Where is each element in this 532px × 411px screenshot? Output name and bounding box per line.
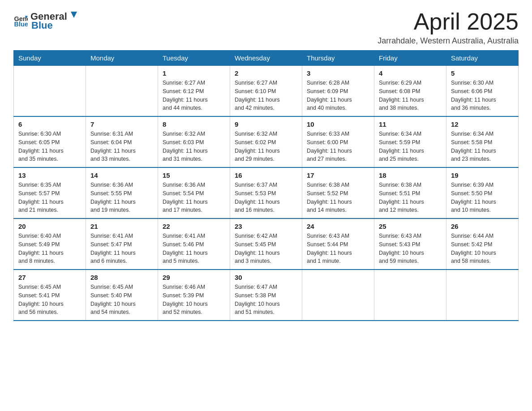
calendar-cell: 9Sunrise: 6:32 AM Sunset: 6:02 PM Daylig… [230, 116, 302, 167]
day-number: 5 [451, 69, 514, 77]
day-info: Sunrise: 6:40 AM Sunset: 5:49 PM Dayligh… [18, 232, 81, 265]
day-header-wednesday: Wednesday [230, 51, 302, 66]
day-info: Sunrise: 6:32 AM Sunset: 6:03 PM Dayligh… [163, 130, 225, 163]
day-number: 24 [307, 223, 369, 230]
calendar-cell: 19Sunrise: 6:39 AM Sunset: 5:50 PM Dayli… [446, 167, 519, 218]
day-info: Sunrise: 6:29 AM Sunset: 6:08 PM Dayligh… [379, 79, 442, 112]
day-number: 18 [379, 171, 442, 179]
calendar-table: SundayMondayTuesdayWednesdayThursdayFrid… [13, 50, 519, 321]
day-number: 17 [307, 171, 369, 179]
calendar-cell: 13Sunrise: 6:35 AM Sunset: 5:57 PM Dayli… [14, 167, 86, 218]
day-info: Sunrise: 6:36 AM Sunset: 5:54 PM Dayligh… [163, 181, 225, 214]
day-number: 15 [163, 171, 225, 179]
days-of-week-row: SundayMondayTuesdayWednesdayThursdayFrid… [14, 51, 519, 66]
calendar-cell: 24Sunrise: 6:43 AM Sunset: 5:44 PM Dayli… [302, 218, 374, 270]
calendar-cell: 11Sunrise: 6:34 AM Sunset: 5:59 PM Dayli… [374, 116, 446, 167]
day-header-friday: Friday [374, 51, 446, 66]
day-info: Sunrise: 6:35 AM Sunset: 5:57 PM Dayligh… [18, 181, 81, 214]
calendar-cell: 15Sunrise: 6:36 AM Sunset: 5:54 PM Dayli… [158, 167, 230, 218]
day-info: Sunrise: 6:27 AM Sunset: 6:10 PM Dayligh… [235, 79, 297, 112]
day-number: 20 [18, 223, 81, 230]
day-info: Sunrise: 6:45 AM Sunset: 5:41 PM Dayligh… [18, 283, 81, 317]
day-header-thursday: Thursday [302, 51, 374, 66]
day-header-saturday: Saturday [446, 51, 519, 66]
day-number: 9 [235, 120, 297, 128]
calendar-cell [86, 66, 158, 117]
calendar-cell: 6Sunrise: 6:30 AM Sunset: 6:05 PM Daylig… [14, 116, 86, 167]
day-number: 21 [90, 223, 153, 230]
day-number: 27 [18, 274, 81, 281]
calendar-cell: 17Sunrise: 6:38 AM Sunset: 5:52 PM Dayli… [302, 167, 374, 218]
day-info: Sunrise: 6:38 AM Sunset: 5:52 PM Dayligh… [307, 181, 369, 214]
month-title: April 2025 [378, 9, 519, 34]
location-text: Jarrahdale, Western Australia, Australia [378, 36, 519, 46]
day-info: Sunrise: 6:30 AM Sunset: 6:06 PM Dayligh… [451, 79, 514, 112]
title-section: April 2025 Jarrahdale, Western Australia… [378, 9, 519, 46]
page-header: General Blue General Blue April 2025 Jar… [13, 9, 519, 46]
day-number: 28 [90, 274, 153, 281]
day-number: 3 [307, 69, 369, 77]
day-info: Sunrise: 6:33 AM Sunset: 6:00 PM Dayligh… [307, 130, 369, 163]
calendar-cell: 16Sunrise: 6:37 AM Sunset: 5:53 PM Dayli… [230, 167, 302, 218]
calendar-cell: 23Sunrise: 6:42 AM Sunset: 5:45 PM Dayli… [230, 218, 302, 270]
calendar-cell: 2Sunrise: 6:27 AM Sunset: 6:10 PM Daylig… [230, 66, 302, 117]
week-row-2: 6Sunrise: 6:30 AM Sunset: 6:05 PM Daylig… [14, 116, 519, 167]
day-info: Sunrise: 6:27 AM Sunset: 6:12 PM Dayligh… [163, 79, 225, 112]
day-info: Sunrise: 6:41 AM Sunset: 5:47 PM Dayligh… [90, 232, 153, 265]
day-info: Sunrise: 6:46 AM Sunset: 5:39 PM Dayligh… [163, 283, 225, 317]
calendar-cell: 28Sunrise: 6:45 AM Sunset: 5:40 PM Dayli… [86, 270, 158, 321]
logo: General Blue General Blue [13, 9, 79, 31]
calendar-cell: 7Sunrise: 6:31 AM Sunset: 6:04 PM Daylig… [86, 116, 158, 167]
calendar-cell: 8Sunrise: 6:32 AM Sunset: 6:03 PM Daylig… [158, 116, 230, 167]
calendar-body: 1Sunrise: 6:27 AM Sunset: 6:12 PM Daylig… [14, 66, 519, 321]
calendar-cell: 29Sunrise: 6:46 AM Sunset: 5:39 PM Dayli… [158, 270, 230, 321]
day-number: 10 [307, 120, 369, 128]
calendar-cell [14, 66, 86, 117]
day-header-monday: Monday [86, 51, 158, 66]
day-header-sunday: Sunday [14, 51, 86, 66]
day-info: Sunrise: 6:41 AM Sunset: 5:46 PM Dayligh… [163, 232, 225, 265]
day-number: 25 [379, 223, 442, 230]
calendar-cell: 18Sunrise: 6:38 AM Sunset: 5:51 PM Dayli… [374, 167, 446, 218]
calendar-cell [446, 270, 519, 321]
calendar-cell: 4Sunrise: 6:29 AM Sunset: 6:08 PM Daylig… [374, 66, 446, 117]
day-info: Sunrise: 6:36 AM Sunset: 5:55 PM Dayligh… [90, 181, 153, 214]
day-number: 13 [18, 171, 81, 179]
day-number: 8 [163, 120, 225, 128]
day-info: Sunrise: 6:45 AM Sunset: 5:40 PM Dayligh… [90, 283, 153, 317]
day-number: 29 [163, 274, 225, 281]
calendar-header: SundayMondayTuesdayWednesdayThursdayFrid… [14, 51, 519, 66]
day-number: 19 [451, 171, 514, 179]
day-info: Sunrise: 6:43 AM Sunset: 5:44 PM Dayligh… [307, 232, 369, 265]
day-info: Sunrise: 6:44 AM Sunset: 5:42 PM Dayligh… [451, 232, 514, 265]
calendar-cell [302, 270, 374, 321]
day-number: 6 [18, 120, 81, 128]
day-number: 12 [451, 120, 514, 128]
calendar-cell: 3Sunrise: 6:28 AM Sunset: 6:09 PM Daylig… [302, 66, 374, 117]
day-number: 4 [379, 69, 442, 77]
day-number: 11 [379, 120, 442, 128]
day-info: Sunrise: 6:30 AM Sunset: 6:05 PM Dayligh… [18, 130, 81, 163]
calendar-cell: 12Sunrise: 6:34 AM Sunset: 5:58 PM Dayli… [446, 116, 519, 167]
calendar-cell: 27Sunrise: 6:45 AM Sunset: 5:41 PM Dayli… [14, 270, 86, 321]
calendar-cell: 20Sunrise: 6:40 AM Sunset: 5:49 PM Dayli… [14, 218, 86, 270]
calendar-cell [374, 270, 446, 321]
day-number: 22 [163, 223, 225, 230]
calendar-cell: 22Sunrise: 6:41 AM Sunset: 5:46 PM Dayli… [158, 218, 230, 270]
calendar-cell: 1Sunrise: 6:27 AM Sunset: 6:12 PM Daylig… [158, 66, 230, 117]
day-number: 14 [90, 171, 153, 179]
day-info: Sunrise: 6:34 AM Sunset: 5:59 PM Dayligh… [379, 130, 442, 163]
day-header-tuesday: Tuesday [158, 51, 230, 66]
day-number: 7 [90, 120, 153, 128]
week-row-4: 20Sunrise: 6:40 AM Sunset: 5:49 PM Dayli… [14, 218, 519, 270]
day-number: 23 [235, 223, 297, 230]
calendar-cell: 30Sunrise: 6:47 AM Sunset: 5:38 PM Dayli… [230, 270, 302, 321]
logo-icon: General Blue [13, 13, 28, 27]
calendar-cell: 25Sunrise: 6:43 AM Sunset: 5:43 PM Dayli… [374, 218, 446, 270]
week-row-1: 1Sunrise: 6:27 AM Sunset: 6:12 PM Daylig… [14, 66, 519, 117]
calendar-cell: 5Sunrise: 6:30 AM Sunset: 6:06 PM Daylig… [446, 66, 519, 117]
day-info: Sunrise: 6:47 AM Sunset: 5:38 PM Dayligh… [235, 283, 297, 317]
day-info: Sunrise: 6:31 AM Sunset: 6:04 PM Dayligh… [90, 130, 153, 163]
calendar-cell: 21Sunrise: 6:41 AM Sunset: 5:47 PM Dayli… [86, 218, 158, 270]
day-number: 30 [235, 274, 297, 281]
